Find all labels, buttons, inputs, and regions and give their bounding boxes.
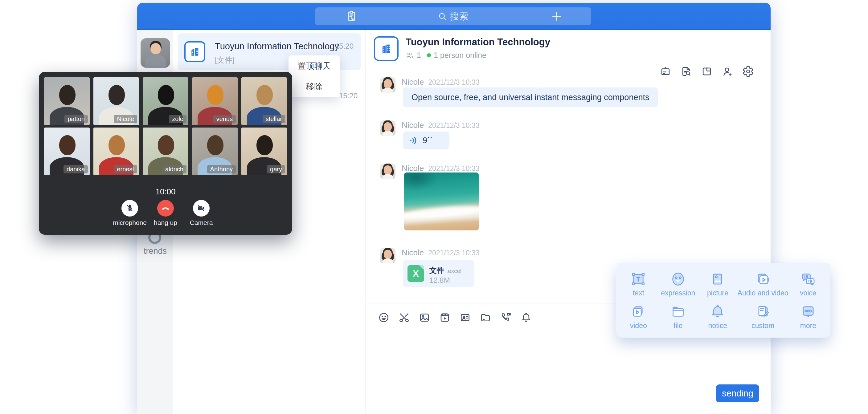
panel-item-audio-video[interactable]: Audio and video [738,268,788,300]
file-name: 文件 [429,266,444,275]
hang-up-button[interactable] [157,200,174,217]
sender-name: Nicole [402,164,424,173]
panel-item-label: more [800,322,816,330]
folder-icon[interactable] [479,312,491,323]
chat-panel: Tuoyun Information Technology 1 1 person… [366,30,771,414]
file-size: 12.8M [429,276,450,285]
image-icon[interactable] [418,312,430,323]
conversation-time: 15:20 [335,42,353,51]
chat-header-actions [660,66,754,77]
bell-icon[interactable] [520,312,532,323]
sender-avatar[interactable] [380,77,396,93]
building-icon [188,45,202,59]
call-icon[interactable] [500,312,512,323]
camera-toggle-button[interactable] [193,200,210,217]
file-message-card[interactable]: X 文件 .excel 12.8M [403,260,474,287]
audio-video-icon [755,271,771,287]
panel-item-label: custom [751,322,774,330]
panel-item-file[interactable]: file [658,300,698,333]
sidebar-item-trends[interactable]: trends [137,247,173,256]
message-time: 2021/12/3 10:33 [428,164,479,172]
hang-up-icon [161,203,170,213]
camera-label: Camera [190,219,213,226]
panel-item-picture[interactable]: picture [698,268,738,300]
menu-item-remove[interactable]: 移除 [288,76,340,97]
building-icon [378,41,394,56]
video-tile: ernest [93,128,139,175]
menu-item-pin-chat[interactable]: 置顶聊天 [288,56,340,76]
microphone-label: microphone [113,219,147,226]
search-area[interactable]: 搜索 [315,7,591,25]
video-tile: Anthony [192,128,238,175]
send-button[interactable]: sending [716,384,759,402]
hang-up-label: hang up [154,219,177,226]
participant-name: danika [63,165,88,173]
conversation-preview: [文件] [215,55,235,65]
file-ext: .excel [446,268,462,274]
panel-item-more[interactable]: more [788,300,828,333]
participant-name: stellar [262,115,285,123]
video-tile: zole [143,77,188,125]
top-bar: 搜索 [137,3,771,30]
call-timer: 10:00 [39,187,292,196]
video-tile: Nicole [93,77,139,125]
panel-item-voice[interactable]: voice [788,268,828,300]
text-icon [630,271,646,287]
image-message-thumbnail[interactable] [404,172,479,230]
panel-item-label: text [633,289,644,297]
mic-off-icon [125,203,134,213]
search-history-icon[interactable] [680,66,692,77]
voice-duration: 9`` [423,136,433,146]
video-tile: gary [241,128,287,175]
video-clip-icon[interactable] [439,312,451,323]
conversation-context-menu: 置顶聊天 移除 [288,56,340,97]
chat-header: Tuoyun Information Technology 1 1 person… [366,30,771,64]
voice-icon [800,271,816,287]
message-time: 2021/12/3 10:33 [428,249,479,257]
message-bubble: Open source, free, and universal instant… [403,88,658,107]
panel-item-video[interactable]: video [619,300,658,333]
participant-name: Anthony [207,165,236,173]
search-icon [438,12,447,21]
online-status: 1 person online [434,51,487,60]
panel-item-text[interactable]: text [619,268,658,300]
message-time: 2021/12/3 10:33 [428,121,479,129]
group-avatar [184,41,205,62]
video-tile: patton [44,77,90,125]
panel-item-label: expression [661,289,695,297]
group-notice-icon[interactable] [660,66,671,77]
message-time: 2021/12/3 10:33 [428,78,479,86]
search-bar[interactable]: 搜索 [315,7,591,25]
panel-item-expression[interactable]: expression [658,268,698,300]
microphone-mute-button[interactable] [121,200,138,217]
panel-item-custom[interactable]: custom [738,300,788,333]
expression-icon [670,271,686,287]
voice-wave-icon [409,135,419,146]
conversation-time-2: 15:20 [339,92,358,100]
video-tile: danika [44,128,90,175]
file-folder-icon [670,304,686,320]
sender-name: Nicole [402,77,424,87]
camera-off-icon [197,203,206,213]
my-avatar[interactable] [141,38,170,68]
contact-card-icon[interactable] [459,312,471,323]
participant-name: patton [64,115,88,123]
sender-avatar[interactable] [380,164,396,179]
settings-gear-icon[interactable] [742,66,754,77]
screenshot-scissors-icon[interactable] [398,312,410,323]
plus-icon[interactable] [551,10,563,23]
voice-message-bubble[interactable]: 9`` [403,131,450,150]
call-controls: microphone hang up Camera [39,200,292,217]
participant-name: ernest [114,165,137,173]
add-member-icon[interactable] [721,66,733,77]
call-participants-grid: patton Nicole zole venus stellar danika … [44,77,287,175]
panel-item-label: file [674,322,682,330]
files-icon[interactable] [701,66,713,77]
composer-toolbar [378,312,532,323]
panel-item-notice[interactable]: notice [698,300,738,333]
emoji-icon[interactable] [378,312,390,323]
sender-avatar[interactable] [380,248,396,263]
participant-name: aldrich [162,165,186,173]
sender-avatar[interactable] [380,121,396,136]
chat-title: Tuoyun Information Technology [406,37,550,48]
